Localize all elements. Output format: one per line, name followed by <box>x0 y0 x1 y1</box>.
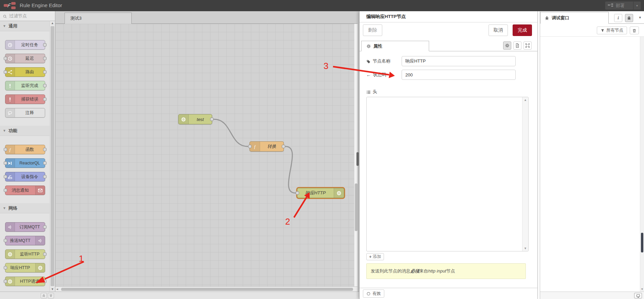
flow-node[interactable]: test <box>178 114 212 124</box>
bubble-icon <box>5 108 15 117</box>
palette-scrollbar-thumb[interactable] <box>51 26 54 286</box>
sidebar-menu-chevron-icon[interactable]: ▾ <box>639 15 641 20</box>
app-logo-icon <box>3 1 17 11</box>
palette-node[interactable]: f函数 <box>5 145 45 154</box>
output-port[interactable] <box>282 145 285 148</box>
palette-category-header[interactable]: ▼功能 <box>0 126 50 136</box>
edit-settings-button[interactable] <box>503 41 511 50</box>
node-appearance-button[interactable] <box>523 41 532 50</box>
delete-button[interactable]: 删除 <box>363 24 382 36</box>
flow-wire[interactable] <box>286 146 295 193</box>
input-port[interactable] <box>4 175 7 178</box>
tray-resize-handle[interactable] <box>356 152 359 166</box>
output-port[interactable] <box>210 118 214 121</box>
input-port[interactable] <box>4 239 7 242</box>
output-port[interactable] <box>43 225 47 229</box>
palette-node[interactable]: 捕获错误 <box>5 94 45 104</box>
flow-canvas[interactable]: testf转换响应HTTP <box>55 24 357 286</box>
deploy-button[interactable]: 部署 ▾ <box>605 1 641 10</box>
input-port[interactable] <box>4 57 7 60</box>
deploy-chevron-down-icon[interactable]: ▾ <box>633 2 641 10</box>
input-port[interactable] <box>4 189 7 192</box>
input-port[interactable] <box>296 191 299 195</box>
globe-icon <box>334 188 344 198</box>
palette-node[interactable]: 订阅MQTT <box>5 222 45 232</box>
palette-node[interactable]: 设备指令 <box>5 172 45 181</box>
debug-scrollbar[interactable]: ▼ <box>640 37 644 292</box>
scroll-down-icon[interactable]: ▼ <box>640 287 644 291</box>
scroll-up-icon[interactable]: ▲ <box>522 98 528 102</box>
palette-node[interactable]: 消息通知 <box>5 186 45 195</box>
canvas-hscrollbar-thumb[interactable] <box>61 288 353 291</box>
output-port[interactable] <box>43 70 47 74</box>
output-port[interactable] <box>43 98 47 101</box>
palette-node[interactable]: 推送MQTT <box>5 236 45 245</box>
scroll-up-icon[interactable]: ▲ <box>50 21 55 25</box>
debug-tab-button[interactable] <box>625 14 633 22</box>
debug-tabbar: 调试窗口 i ▾ <box>540 11 644 24</box>
palette-node[interactable]: ReactorQL <box>5 158 45 168</box>
output-port[interactable] <box>43 175 47 178</box>
input-port[interactable] <box>4 148 7 151</box>
svg-text:f: f <box>254 144 256 149</box>
expand-all-categories-button[interactable] <box>48 293 54 298</box>
palette-node[interactable]: 注释 <box>5 108 45 118</box>
done-button[interactable]: 完成 <box>513 24 532 36</box>
status-code-input[interactable] <box>402 70 516 80</box>
flow-node[interactable]: 响应HTTP <box>297 188 344 198</box>
open-debug-window-button[interactable] <box>634 293 642 298</box>
input-port[interactable] <box>4 266 7 269</box>
input-port[interactable] <box>248 145 252 148</box>
output-port[interactable] <box>43 252 47 256</box>
flow-node[interactable]: f转换 <box>250 141 284 152</box>
edit-description-button[interactable] <box>513 41 521 50</box>
flow-wire[interactable] <box>214 119 248 146</box>
debug-filter-button[interactable]: 所有节点 <box>597 27 627 34</box>
palette-node[interactable]: 监听HTTP <box>5 249 45 259</box>
output-port[interactable] <box>43 57 47 60</box>
output-port[interactable] <box>43 280 47 283</box>
palette-search-input[interactable]: 过滤节点 <box>0 11 55 21</box>
tray-toolbar: 删除 取消 完成 <box>360 22 537 38</box>
palette-node-label: 订阅MQTT <box>15 223 45 231</box>
canvas-vscrollbar-thumb[interactable] <box>355 183 357 231</box>
input-port[interactable] <box>4 161 7 165</box>
search-icon <box>3 13 7 18</box>
output-port[interactable] <box>43 43 47 47</box>
palette-node-label: 注释 <box>15 108 45 117</box>
info-tab-button[interactable]: i <box>614 14 622 22</box>
add-header-button[interactable]: + 添加 <box>366 253 384 260</box>
palette-node[interactable]: 路由 <box>5 67 45 77</box>
output-port[interactable] <box>43 84 47 87</box>
output-port[interactable] <box>43 161 47 165</box>
node-enabled-toggle[interactable]: 有效 <box>363 289 384 298</box>
debug-scrollbar-thumb[interactable] <box>641 233 643 252</box>
headers-list[interactable]: ▲ ▼ <box>366 97 529 251</box>
input-port[interactable] <box>4 70 7 74</box>
scroll-down-icon[interactable]: ▼ <box>50 287 55 292</box>
headers-list-scrollbar[interactable]: ▲ ▼ <box>522 97 528 251</box>
scroll-left-icon[interactable]: ◂ <box>56 287 58 291</box>
palette-node[interactable]: 延迟 <box>5 54 45 63</box>
node-name-input[interactable] <box>402 56 516 66</box>
palette-category-header[interactable]: ▼网络 <box>0 203 50 213</box>
plus-icon: + <box>369 254 371 259</box>
scroll-down-icon[interactable]: ▼ <box>522 247 528 250</box>
canvas-horizontal-scrollbar[interactable]: ◂ <box>55 286 357 292</box>
palette-node[interactable]: HTTP请求 <box>5 277 45 286</box>
palette-category-header[interactable]: ▼通用 <box>0 21 50 31</box>
palette-node[interactable]: 定时任务 <box>5 40 45 50</box>
tab-properties[interactable]: 属性 <box>361 41 429 51</box>
input-port[interactable] <box>4 280 7 283</box>
clear-debug-button[interactable] <box>630 27 639 34</box>
output-port[interactable] <box>43 148 47 151</box>
tag-icon <box>366 58 371 64</box>
flow-tab[interactable]: 测试3 <box>65 13 132 24</box>
cancel-button[interactable]: 取消 <box>489 24 508 36</box>
palette-scrollbar[interactable]: ▲ ▼ <box>50 21 55 292</box>
chevron-down-icon: ▼ <box>3 129 6 133</box>
palette-node[interactable]: 响应HTTP <box>5 263 45 272</box>
tab-debug-window[interactable]: 调试窗口 <box>540 12 609 24</box>
palette-node[interactable]: 监听完成 <box>5 81 45 90</box>
collapse-all-categories-button[interactable] <box>41 293 47 298</box>
